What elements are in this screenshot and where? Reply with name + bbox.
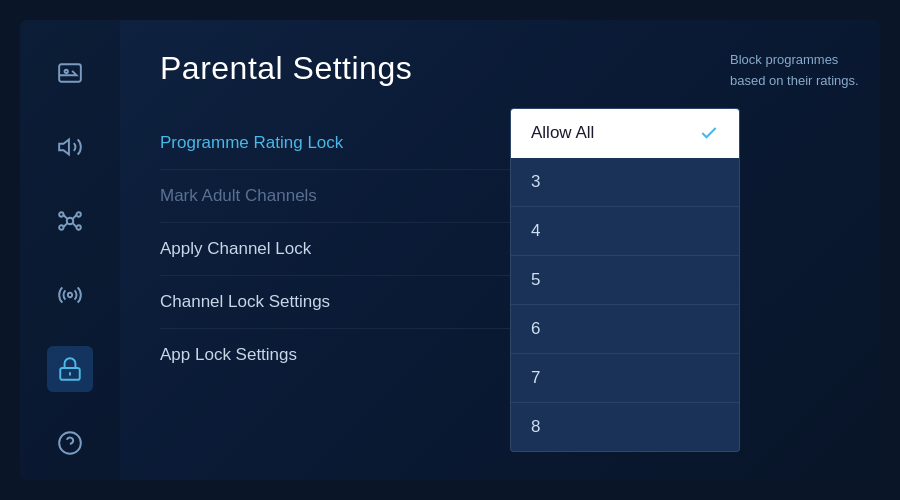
svg-marker-2 bbox=[59, 139, 69, 154]
sidebar bbox=[20, 20, 120, 480]
setting-label-programme-rating-lock: Programme Rating Lock bbox=[160, 133, 400, 153]
setting-label-app-lock-settings: App Lock Settings bbox=[160, 345, 400, 365]
main-content: Parental Settings Programme Rating Lock … bbox=[120, 20, 710, 480]
svg-point-6 bbox=[59, 225, 63, 229]
dropdown-item-8[interactable]: 8 bbox=[511, 403, 739, 451]
svg-line-10 bbox=[64, 223, 68, 227]
svg-line-11 bbox=[72, 223, 76, 227]
dropdown-item-allow-all[interactable]: Allow All bbox=[511, 109, 739, 158]
sidebar-item-picture[interactable] bbox=[47, 50, 93, 96]
dropdown-item-label: 8 bbox=[531, 417, 540, 437]
sidebar-item-network[interactable] bbox=[47, 198, 93, 244]
dropdown-item-label: 4 bbox=[531, 221, 540, 241]
dropdown-item-label: 7 bbox=[531, 368, 540, 388]
rating-dropdown[interactable]: Allow All 3 4 5 6 7 bbox=[510, 108, 740, 452]
svg-line-8 bbox=[64, 215, 68, 219]
page-title: Parental Settings bbox=[160, 50, 680, 87]
svg-point-1 bbox=[65, 70, 68, 73]
setting-label-apply-channel-lock: Apply Channel Lock bbox=[160, 239, 400, 259]
dropdown-item-6[interactable]: 6 bbox=[511, 305, 739, 354]
dropdown-item-5[interactable]: 5 bbox=[511, 256, 739, 305]
dropdown-item-3[interactable]: 3 bbox=[511, 158, 739, 207]
dropdown-item-label: 3 bbox=[531, 172, 540, 192]
svg-point-5 bbox=[77, 212, 81, 216]
setting-label-channel-lock-settings: Channel Lock Settings bbox=[160, 292, 400, 312]
sidebar-item-parental[interactable] bbox=[47, 346, 93, 392]
svg-point-12 bbox=[68, 293, 72, 297]
dropdown-item-label: Allow All bbox=[531, 123, 594, 143]
dropdown-item-4[interactable]: 4 bbox=[511, 207, 739, 256]
check-icon bbox=[699, 123, 719, 143]
dropdown-item-7[interactable]: 7 bbox=[511, 354, 739, 403]
svg-line-9 bbox=[72, 215, 76, 219]
svg-point-4 bbox=[59, 212, 63, 216]
svg-rect-0 bbox=[59, 64, 81, 81]
sidebar-item-support[interactable] bbox=[47, 420, 93, 466]
svg-point-15 bbox=[59, 432, 81, 454]
svg-point-7 bbox=[77, 225, 81, 229]
screen: Parental Settings Programme Rating Lock … bbox=[20, 20, 880, 480]
dropdown-item-label: 6 bbox=[531, 319, 540, 339]
dropdown-item-label: 5 bbox=[531, 270, 540, 290]
setting-label-mark-adult-channels: Mark Adult Channels bbox=[160, 186, 400, 206]
sidebar-item-broadcast[interactable] bbox=[47, 272, 93, 318]
info-text: Block programmes based on their ratings. bbox=[730, 52, 859, 88]
sidebar-item-sound[interactable] bbox=[47, 124, 93, 170]
